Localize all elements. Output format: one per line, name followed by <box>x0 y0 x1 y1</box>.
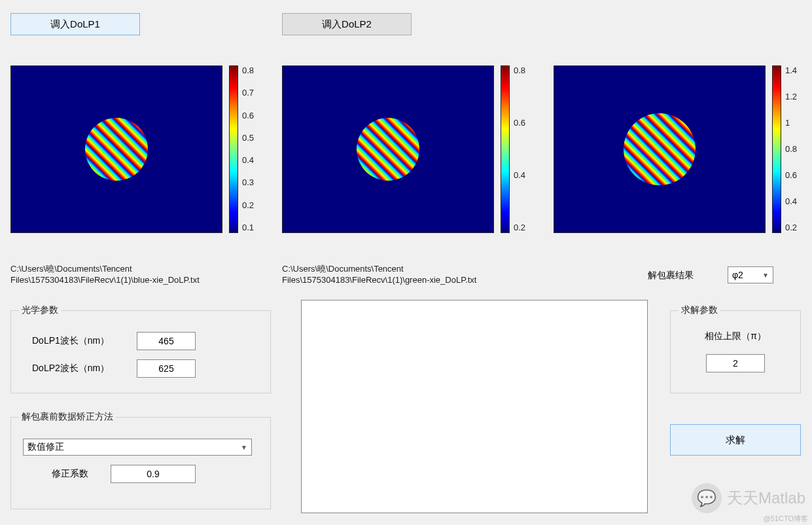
colorbar-tick: 0.6 <box>785 170 797 180</box>
colorbar-3 <box>772 65 781 233</box>
optical-legend: 光学参数 <box>19 304 61 316</box>
correction-coeff-label: 修正系数 <box>19 468 111 480</box>
correction-coeff-input[interactable] <box>111 465 196 483</box>
plot-result <box>554 65 766 233</box>
colorbar-tick: 0.2 <box>514 223 525 232</box>
watermark: 💬 天天Matlab <box>692 483 805 513</box>
colorbar-tick: 0.8 <box>242 65 254 75</box>
colorbar-tick: 0.2 <box>785 223 797 232</box>
plot-dolp1-pattern <box>85 118 148 181</box>
solve-params-legend: 求解参数 <box>679 304 720 316</box>
colorbar-1 <box>229 65 238 233</box>
dolp1-wavelength-input[interactable] <box>137 332 196 350</box>
colorbar-tick: 0.8 <box>514 65 525 75</box>
colorbar-tick: 0.4 <box>514 170 525 180</box>
dolp2-wavelength-input[interactable] <box>137 359 196 378</box>
phase-limit-input[interactable] <box>706 354 765 372</box>
colorbar-tick: 1 <box>785 118 790 128</box>
chevron-down-icon: ▼ <box>241 444 247 451</box>
dolp1-wavelength-label: DoLP1波长（nm） <box>19 335 137 347</box>
colorbar-tick: 0.1 <box>242 223 254 232</box>
colorbar-tick: 1.2 <box>785 92 797 101</box>
colorbar-tick: 0.4 <box>242 155 254 165</box>
plot-dolp2 <box>282 65 494 233</box>
watermark-text: 天天Matlab <box>727 488 805 509</box>
correction-method-value: 数值修正 <box>27 441 64 453</box>
correction-method-select[interactable]: 数值修正 ▼ <box>23 439 252 456</box>
colorbar-tick: 0.8 <box>785 144 797 154</box>
load-dolp1-button[interactable]: 调入DoLP1 <box>10 13 140 35</box>
correction-panel: 解包裹前数据矫正方法 数值修正 ▼ 修正系数 <box>10 411 271 509</box>
result-select[interactable]: φ2 ▼ <box>728 266 773 283</box>
wechat-icon: 💬 <box>692 483 722 513</box>
colorbar-tick: 1.4 <box>785 65 797 75</box>
plot-dolp2-pattern <box>357 118 419 181</box>
correction-legend: 解包裹前数据矫正方法 <box>19 411 116 423</box>
load-dolp2-button[interactable]: 调入DoLP2 <box>282 13 412 35</box>
output-area <box>301 300 648 513</box>
dolp2-wavelength-label: DoLP2波长（nm） <box>19 363 137 374</box>
solve-button[interactable]: 求解 <box>670 424 801 456</box>
watermark-2: @51CTO博客 <box>764 514 808 524</box>
chevron-down-icon: ▼ <box>762 272 769 279</box>
colorbar-2 <box>501 65 510 233</box>
colorbar-tick: 0.4 <box>785 196 797 206</box>
path-text-2: C:\Users\曉\Documents\Tencent Files\15753… <box>282 264 544 286</box>
optical-panel: 光学参数 DoLP1波长（nm） DoLP2波长（nm） <box>10 304 271 393</box>
solve-params-panel: 求解参数 相位上限（π） <box>670 304 801 393</box>
result-select-value: φ2 <box>732 270 743 280</box>
colorbar-tick: 0.2 <box>242 200 254 210</box>
phase-limit-label: 相位上限（π） <box>679 331 792 342</box>
colorbar-tick: 0.6 <box>242 111 254 120</box>
colorbar-tick: 0.3 <box>242 177 254 187</box>
colorbar-tick: 0.7 <box>242 88 254 98</box>
plot-result-pattern <box>624 113 696 185</box>
colorbar-tick: 0.5 <box>242 133 254 143</box>
result-label: 解包裹结果 <box>648 270 694 281</box>
colorbar-tick: 0.6 <box>514 118 525 128</box>
path-text-1: C:\Users\曉\Documents\Tencent Files\15753… <box>10 264 272 286</box>
plot-dolp1 <box>10 65 222 233</box>
